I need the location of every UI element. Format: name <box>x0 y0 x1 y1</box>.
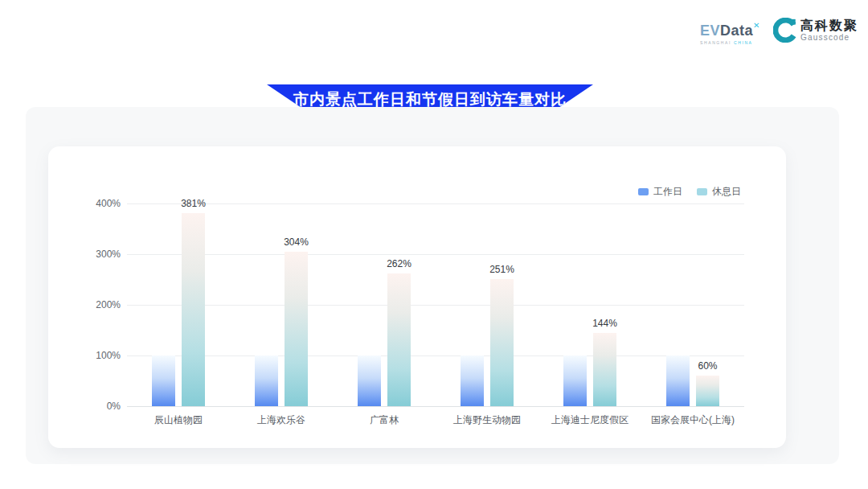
legend-label-workday: 工作日 <box>653 185 682 199</box>
bar-workday <box>666 355 690 406</box>
bar-pair: 304% <box>230 203 333 406</box>
bar-weekend <box>696 376 719 406</box>
bar-workday <box>255 355 278 406</box>
page: EVData✕ SHANGHAI CHINA 高科数聚 Gausscode 市内… <box>0 0 868 489</box>
evdata-wordmark: EVData✕ <box>700 22 760 38</box>
bar-slot-workday <box>563 203 587 406</box>
y-tick-200: 200% <box>96 299 121 310</box>
y-axis: 400% 300% 200% 100% 0% <box>64 203 121 406</box>
bar-group: 144%上海迪士尼度假区 <box>538 203 641 406</box>
bar-pair: 262% <box>333 203 436 406</box>
bar-workday <box>152 355 175 406</box>
x-axis-label: 上海野生动物园 <box>453 413 521 427</box>
bar-group: 381%辰山植物园 <box>127 203 230 406</box>
bar-group: 60%国家会展中心(上海) <box>641 203 744 406</box>
evdata-x-icon: ✕ <box>753 21 760 30</box>
bar-group: 262%广富林 <box>333 203 436 406</box>
chart-card: 工作日 休息日 400% 300% 200% 100% 0% <box>48 146 786 448</box>
bar-workday <box>563 355 587 406</box>
evdata-shanghai-text: SHANGHAI <box>700 40 731 45</box>
x-axis-line <box>127 406 744 407</box>
x-axis-label: 国家会展中心(上海) <box>651 413 735 427</box>
evdata-subtitle: SHANGHAI CHINA <box>700 40 752 45</box>
evdata-china-text: CHINA <box>734 40 753 45</box>
bar-value-label: 60% <box>698 360 717 372</box>
legend-swatch-weekend-icon <box>697 188 707 195</box>
bar-group: 304%上海欢乐谷 <box>230 203 333 406</box>
bar-pair: 144% <box>538 203 641 406</box>
bar-slot-weekend: 304% <box>285 203 308 406</box>
gausscode-cn-name: 高科数聚 <box>800 18 858 33</box>
bar-value-label: 381% <box>181 198 206 209</box>
x-axis-label: 上海迪士尼度假区 <box>551 413 628 427</box>
bar-pair: 60% <box>641 203 744 406</box>
bar-slot-weekend: 251% <box>490 203 514 406</box>
y-tick-0: 0% <box>107 401 121 412</box>
header-logos: EVData✕ SHANGHAI CHINA 高科数聚 Gausscode <box>700 18 858 45</box>
gausscode-en-name: Gausscode <box>800 33 858 42</box>
x-axis-label: 上海欢乐谷 <box>257 413 305 427</box>
legend-item-workday[interactable]: 工作日 <box>638 185 682 199</box>
legend-swatch-workday-icon <box>638 188 649 195</box>
bar-weekend <box>182 213 205 406</box>
bar-pair: 251% <box>436 203 538 406</box>
evdata-ev-text: EV <box>700 23 720 39</box>
bar-slot-workday <box>152 203 175 406</box>
bar-value-label: 304% <box>284 236 309 248</box>
bar-slot-workday <box>461 203 484 406</box>
x-axis-label: 辰山植物园 <box>154 413 203 427</box>
bar-slot-weekend: 262% <box>387 203 411 406</box>
bar-weekend <box>593 333 616 406</box>
legend-item-weekend[interactable]: 休息日 <box>697 185 741 199</box>
y-tick-400: 400% <box>96 198 121 209</box>
evdata-logo: EVData✕ SHANGHAI CHINA <box>700 18 760 45</box>
y-tick-100: 100% <box>96 350 121 361</box>
bar-workday <box>358 355 381 406</box>
bar-value-label: 251% <box>489 264 514 275</box>
plot-area: 381%辰山植物园304%上海欢乐谷262%广富林251%上海野生动物园144%… <box>127 203 744 406</box>
bar-group: 251%上海野生动物园 <box>436 203 538 406</box>
bar-slot-weekend: 381% <box>182 203 205 406</box>
bar-workday <box>461 355 484 406</box>
y-tick-300: 300% <box>96 249 121 260</box>
content-panel: 工作日 休息日 400% 300% 200% 100% 0% <box>26 107 839 464</box>
evdata-data-text: Data <box>720 23 753 39</box>
legend-label-weekend: 休息日 <box>712 185 741 199</box>
chart-legend: 工作日 休息日 <box>638 185 741 199</box>
bar-groups: 381%辰山植物园304%上海欢乐谷262%广富林251%上海野生动物园144%… <box>127 203 744 406</box>
bar-slot-workday <box>358 203 381 406</box>
bar-pair: 381% <box>127 203 230 406</box>
bar-weekend <box>490 279 514 406</box>
gausscode-text: 高科数聚 Gausscode <box>800 18 858 42</box>
x-axis-label: 广富林 <box>370 413 399 427</box>
bar-slot-weekend: 60% <box>696 203 719 406</box>
gausscode-icon <box>773 18 796 43</box>
gausscode-logo: 高科数聚 Gausscode <box>773 18 858 43</box>
bar-weekend <box>387 273 411 406</box>
bar-value-label: 262% <box>387 258 411 269</box>
bar-value-label: 144% <box>592 318 617 329</box>
bar-slot-workday <box>666 203 690 406</box>
bar-slot-workday <box>255 203 278 406</box>
bar-slot-weekend: 144% <box>593 203 616 406</box>
bar-weekend <box>285 252 308 406</box>
